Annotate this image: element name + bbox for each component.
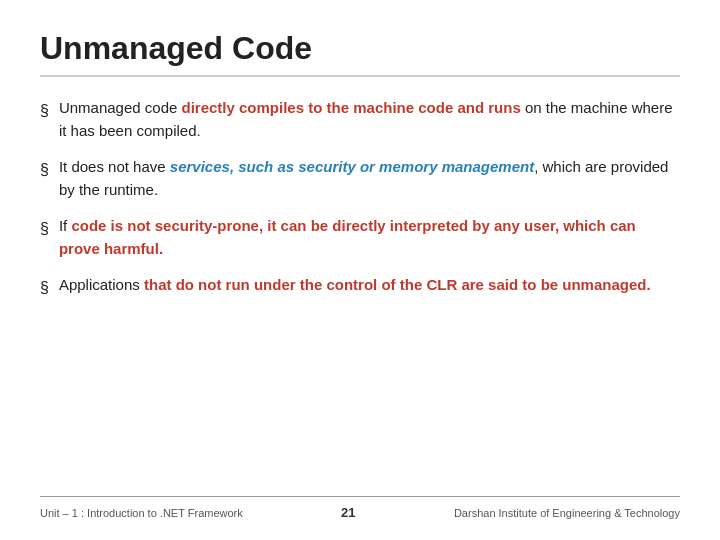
footer-center: 21 [341, 505, 355, 520]
bullet3-prefix: If [59, 217, 72, 234]
bullet1-prefix: Unmanaged code [59, 99, 182, 116]
footer-left: Unit – 1 : Introduction to .NET Framewor… [40, 507, 243, 519]
bullet4-prefix: Applications [59, 276, 144, 293]
bullet-text-1: Unmanaged code directly compiles to the … [59, 97, 680, 142]
footer-right: Darshan Institute of Engineering & Techn… [454, 507, 680, 519]
footer: Unit – 1 : Introduction to .NET Framewor… [40, 496, 680, 520]
bullet2-highlight: services, such as security or memory man… [170, 158, 534, 175]
bullet-text-4: Applications that do not run under the c… [59, 274, 680, 297]
bullet-1: § Unmanaged code directly compiles to th… [40, 97, 680, 142]
bullet4-highlight: that do not run under the control of the… [144, 276, 651, 293]
slide: Unmanaged Code § Unmanaged code directly… [0, 0, 720, 540]
bullet-4: § Applications that do not run under the… [40, 274, 680, 300]
bullet3-highlight: code is not security-prone, it can be di… [59, 217, 636, 257]
bullet-text-2: It does not have services, such as secur… [59, 156, 680, 201]
bullet1-highlight: directly compiles to the machine code an… [182, 99, 521, 116]
bullet-icon-2: § [40, 158, 49, 182]
bullet2-prefix: It does not have [59, 158, 170, 175]
bullet-icon-3: § [40, 217, 49, 241]
bullet-2: § It does not have services, such as sec… [40, 156, 680, 201]
bullet-icon-4: § [40, 276, 49, 300]
slide-title: Unmanaged Code [40, 30, 680, 77]
bullet-icon-1: § [40, 99, 49, 123]
bullet-text-3: If code is not security-prone, it can be… [59, 215, 680, 260]
bullet-3: § If code is not security-prone, it can … [40, 215, 680, 260]
content-area: § Unmanaged code directly compiles to th… [40, 87, 680, 496]
